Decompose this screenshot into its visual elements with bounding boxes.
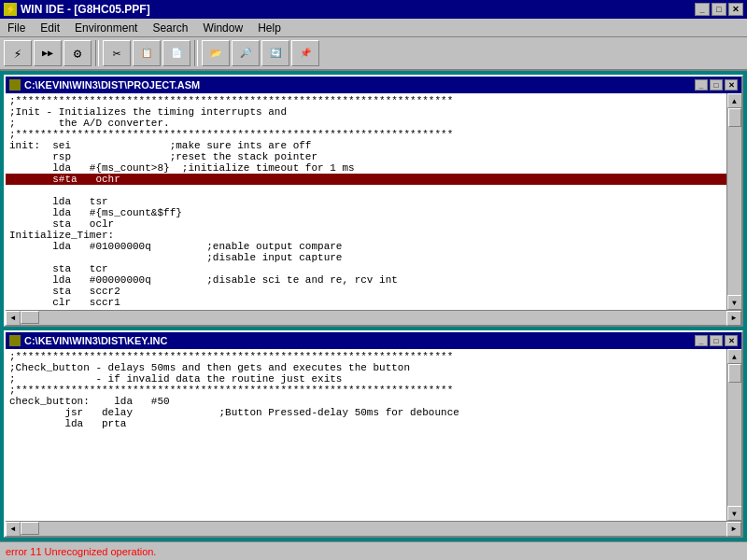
code-win-2-close[interactable]: ✕: [725, 335, 738, 346]
code-window-1-scrollbar-v[interactable]: ▲ ▼: [726, 93, 741, 310]
scroll-thumb-h-2[interactable]: [21, 522, 39, 535]
code-window-2-title-text: C:\KEVIN\WIN3\DIST\KEY.INC: [24, 335, 167, 346]
scroll-right-btn-2[interactable]: ►: [726, 522, 741, 537]
code-window-2-title-left: C:\KEVIN\WIN3\DIST\KEY.INC: [9, 335, 167, 346]
title-bar: ⚡ WIN IDE - [G8HC05.PPF] _ □ ✕: [0, 0, 747, 19]
scroll-down-btn-2[interactable]: ▼: [727, 506, 742, 521]
extra-toolbar-btn[interactable]: 📌: [291, 40, 319, 66]
separator-1: [95, 40, 99, 66]
scroll-down-btn-1[interactable]: ▼: [727, 295, 742, 310]
scroll-track-h-2[interactable]: [21, 522, 726, 536]
separator-2: [194, 40, 198, 66]
scroll-track-1[interactable]: [727, 108, 741, 295]
code-window-1-content-wrapper: ;***************************************…: [6, 93, 741, 310]
scroll-left-btn-2[interactable]: ◄: [6, 522, 21, 537]
status-bar: error 11 Unrecognized operation.: [0, 541, 747, 560]
code-win-1-close[interactable]: ✕: [725, 79, 738, 91]
menu-bar: File Edit Environment Search Window Help: [0, 19, 747, 37]
highlighted-line: s#ta ochr: [6, 174, 726, 185]
code-window-2-scrollbar-h[interactable]: ◄ ►: [6, 521, 741, 536]
code-window-2-scrollbar-v[interactable]: ▲ ▼: [726, 349, 741, 521]
code-window-1: C:\KEVIN\WIN3\DIST\PROJECT.ASM _ □ ✕ ;**…: [4, 75, 743, 327]
settings-toolbar-btn[interactable]: ⚙: [63, 40, 92, 66]
main-area: C:\KEVIN\WIN3\DIST\PROJECT.ASM _ □ ✕ ;**…: [0, 71, 747, 541]
code-window-1-controls: _ □ ✕: [695, 79, 738, 91]
menu-window[interactable]: Window: [195, 19, 250, 36]
menu-file[interactable]: File: [0, 19, 33, 36]
code-window-2-content[interactable]: ;***************************************…: [6, 349, 726, 521]
menu-help[interactable]: Help: [250, 19, 289, 36]
scroll-thumb-2[interactable]: [728, 364, 741, 383]
code-window-2-title: C:\KEVIN\WIN3\DIST\KEY.INC _ □ ✕: [6, 332, 741, 349]
code-window-1-scrollbar-h[interactable]: ◄ ►: [6, 310, 741, 325]
code-window-1-title-text: C:\KEVIN\WIN3\DIST\PROJECT.ASM: [24, 79, 200, 91]
menu-edit[interactable]: Edit: [33, 19, 67, 36]
code-win-2-minimize[interactable]: _: [695, 335, 708, 346]
cut-toolbar-btn[interactable]: ✂: [103, 40, 131, 66]
scroll-up-btn-1[interactable]: ▲: [727, 93, 742, 108]
copy-toolbar-btn[interactable]: 📋: [133, 40, 161, 66]
minimize-btn[interactable]: _: [695, 3, 710, 16]
toolbar: ⚡ ▶▶ ⚙ ✂ 📋 📄 📂 🔎 🔄 📌: [0, 37, 747, 71]
scroll-track-2[interactable]: [727, 364, 741, 506]
search-toolbar-btn[interactable]: 🔎: [232, 40, 260, 66]
replace-toolbar-btn[interactable]: 🔄: [261, 40, 289, 66]
scroll-thumb-h-1[interactable]: [21, 311, 39, 324]
scroll-right-btn-1[interactable]: ►: [726, 311, 741, 326]
status-message: error 11 Unrecognized operation.: [6, 546, 156, 557]
win-icon-2: [9, 335, 21, 346]
code-win-1-minimize[interactable]: _: [695, 79, 708, 91]
app-title: WIN IDE - [G8HC05.PPF]: [21, 3, 150, 16]
win-icon-1: [9, 79, 21, 91]
paste-toolbar-btn[interactable]: 📄: [162, 40, 190, 66]
open-toolbar-btn[interactable]: 📂: [202, 40, 230, 66]
menu-search[interactable]: Search: [145, 19, 195, 36]
lightning-toolbar-btn[interactable]: ⚡: [4, 40, 32, 66]
title-bar-left: ⚡ WIN IDE - [G8HC05.PPF]: [4, 3, 150, 16]
code-win-1-maximize[interactable]: □: [710, 79, 723, 91]
scroll-track-h-1[interactable]: [21, 311, 726, 325]
maximize-btn[interactable]: □: [712, 3, 726, 16]
code-window-2: C:\KEVIN\WIN3\DIST\KEY.INC _ □ ✕ ;******…: [4, 330, 743, 538]
code-window-2-content-wrapper: ;***************************************…: [6, 349, 741, 521]
menu-environment[interactable]: Environment: [67, 19, 145, 36]
code-win-2-maximize[interactable]: □: [710, 335, 723, 346]
scroll-up-btn-2[interactable]: ▲: [727, 349, 742, 364]
run-toolbar-btn[interactable]: ▶▶: [34, 40, 62, 66]
code-window-1-title: C:\KEVIN\WIN3\DIST\PROJECT.ASM _ □ ✕: [6, 77, 741, 93]
code-window-2-controls: _ □ ✕: [695, 335, 738, 346]
app-icon: ⚡: [4, 3, 17, 16]
code-window-1-content[interactable]: ;***************************************…: [6, 93, 726, 310]
title-controls: _ □ ✕: [695, 3, 743, 16]
code-window-1-title-left: C:\KEVIN\WIN3\DIST\PROJECT.ASM: [9, 79, 200, 91]
scroll-left-btn-1[interactable]: ◄: [6, 311, 21, 326]
close-btn[interactable]: ✕: [728, 3, 743, 16]
scroll-thumb-1[interactable]: [728, 108, 741, 127]
